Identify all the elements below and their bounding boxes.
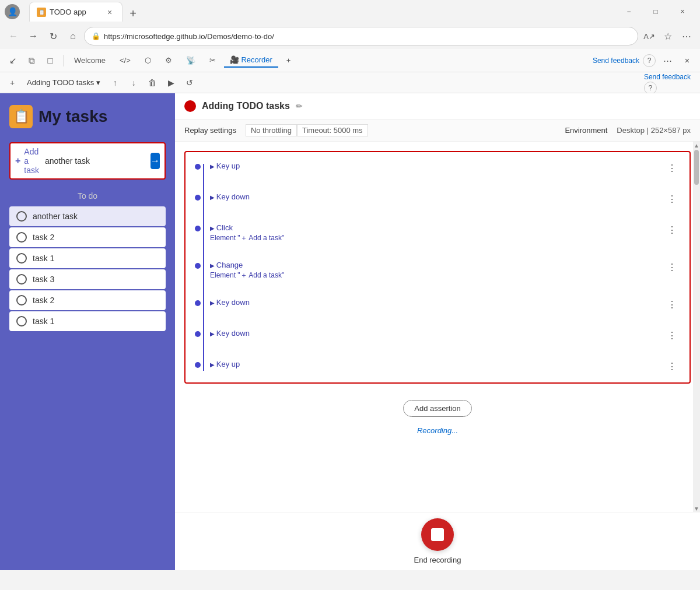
add-task-plus-icon: + bbox=[15, 156, 20, 166]
browser-tab[interactable]: 📋 TODO app × bbox=[29, 2, 123, 22]
recording-title: Adding TODO tasks bbox=[202, 101, 290, 111]
devtools-more-button[interactable]: ⋯ bbox=[659, 52, 676, 69]
tab-recorder[interactable]: 🎥 Recorder bbox=[224, 53, 278, 68]
tab-close-button[interactable]: × bbox=[104, 7, 115, 17]
step-menu-button[interactable]: ⋮ bbox=[664, 192, 680, 206]
step-title[interactable]: Click bbox=[210, 223, 664, 232]
app-title: My tasks bbox=[38, 107, 107, 126]
recording-status: Recording... bbox=[184, 424, 691, 437]
tab-network[interactable]: 📡 bbox=[180, 54, 201, 67]
more-button[interactable]: ⋯ bbox=[678, 27, 695, 45]
scroll-down-arrow[interactable]: ▼ bbox=[694, 506, 699, 511]
task-checkbox[interactable] bbox=[16, 232, 27, 243]
add-task-row[interactable]: + Add a task → bbox=[9, 142, 166, 180]
send-feedback-link2[interactable]: Send feedback bbox=[644, 73, 691, 81]
step-content: Key up bbox=[210, 161, 664, 170]
list-item[interactable]: task 3 bbox=[9, 269, 166, 289]
task-checkbox[interactable] bbox=[16, 274, 27, 285]
scrollbar-thumb[interactable] bbox=[694, 150, 699, 185]
home-button[interactable]: ⌂ bbox=[64, 27, 82, 45]
add-step-button[interactable]: + bbox=[5, 75, 20, 90]
device-emulation-button[interactable]: ⧉ bbox=[23, 52, 40, 69]
step-title[interactable]: Key down bbox=[210, 329, 664, 338]
tab-elements[interactable]: ⬡ bbox=[139, 54, 157, 67]
step-title[interactable]: Key down bbox=[210, 298, 664, 307]
help-button2[interactable]: ? bbox=[644, 82, 657, 94]
play-button[interactable]: ▶ bbox=[163, 75, 178, 90]
end-recording-button[interactable] bbox=[421, 518, 454, 551]
stop-icon bbox=[431, 528, 444, 541]
close-button[interactable]: × bbox=[670, 3, 695, 20]
list-item[interactable]: task 2 bbox=[9, 290, 166, 310]
step-title[interactable]: Key up bbox=[210, 360, 664, 368]
list-item[interactable]: another task bbox=[9, 206, 166, 226]
step-menu-button[interactable]: ⋮ bbox=[664, 329, 680, 342]
recording-dropdown[interactable]: Adding TODO tasks ▾ bbox=[23, 77, 104, 88]
step-title[interactable]: Change bbox=[210, 261, 664, 269]
step-menu-button[interactable]: ⋮ bbox=[664, 360, 680, 373]
send-feedback-link[interactable]: Send feedback bbox=[593, 57, 639, 65]
timeout-setting[interactable]: Timeout: 5000 ms bbox=[297, 124, 368, 136]
task-checkbox[interactable] bbox=[16, 316, 27, 326]
add-task-input[interactable] bbox=[45, 156, 147, 166]
add-task-label: Add a task bbox=[24, 147, 41, 175]
devtools-close-button[interactable]: × bbox=[679, 52, 695, 69]
help-button[interactable]: ? bbox=[643, 54, 656, 67]
env-value: Desktop | 252×587 px bbox=[617, 126, 691, 135]
step-menu-button[interactable]: ⋮ bbox=[664, 161, 680, 175]
step-menu-button[interactable]: ⋮ bbox=[664, 223, 680, 237]
list-item[interactable]: task 1 bbox=[9, 311, 166, 331]
scrollbar[interactable]: ▲ ▼ bbox=[693, 142, 700, 512]
minimize-button[interactable]: − bbox=[616, 3, 642, 20]
scroll-up-arrow[interactable]: ▲ bbox=[694, 143, 699, 148]
favorites-button[interactable]: ☆ bbox=[659, 27, 677, 45]
step-dot bbox=[195, 226, 201, 231]
task-text: task 2 bbox=[33, 233, 54, 242]
tab-sources[interactable]: </> bbox=[114, 54, 136, 67]
add-task-submit-button[interactable]: → bbox=[150, 153, 160, 169]
new-tab-button[interactable]: + bbox=[125, 5, 141, 22]
delete-step-button[interactable]: 🗑 bbox=[145, 75, 160, 90]
sidebar-header: 📋 My tasks bbox=[9, 105, 166, 128]
tab-add[interactable]: + bbox=[281, 54, 297, 67]
step-content: Click Element "＋ Add a task" bbox=[210, 223, 664, 243]
back-button[interactable]: ← bbox=[5, 27, 22, 45]
list-item[interactable]: task 2 bbox=[9, 227, 166, 247]
step-menu-button[interactable]: ⋮ bbox=[664, 261, 680, 274]
step-item: Key down ⋮ bbox=[195, 298, 680, 311]
tab-favicon: 📋 bbox=[37, 8, 46, 17]
step-title[interactable]: Key down bbox=[210, 192, 664, 201]
lock-icon: 🔒 bbox=[92, 32, 100, 40]
inspect-element-button[interactable]: ↙ bbox=[5, 52, 21, 69]
tab-performance[interactable]: ✂ bbox=[204, 54, 222, 67]
task-text: task 1 bbox=[33, 254, 54, 263]
screencast-button[interactable]: □ bbox=[42, 52, 58, 69]
task-checkbox[interactable] bbox=[16, 295, 27, 305]
step-subtitle: Element "＋ Add a task" bbox=[210, 233, 664, 243]
toolbar-separator bbox=[63, 55, 64, 66]
step-down-button[interactable]: ↓ bbox=[126, 75, 141, 90]
step-menu-button[interactable]: ⋮ bbox=[664, 298, 680, 311]
read-aloud-button[interactable]: A↗ bbox=[640, 27, 658, 45]
throttling-setting[interactable]: No throttling bbox=[246, 124, 297, 136]
replay-settings-bar: Replay settings No throttling Timeout: 5… bbox=[175, 120, 700, 142]
forward-button[interactable]: → bbox=[24, 27, 42, 45]
user-icon: 👤 bbox=[5, 4, 20, 19]
edit-icon[interactable]: ✏ bbox=[296, 101, 303, 111]
step-dot bbox=[195, 300, 201, 306]
refresh-button[interactable]: ↻ bbox=[44, 27, 62, 45]
step-content: Key up bbox=[210, 360, 664, 368]
add-assertion-button[interactable]: Add assertion bbox=[403, 400, 472, 417]
list-item[interactable]: task 1 bbox=[9, 248, 166, 268]
task-checkbox[interactable] bbox=[16, 253, 27, 264]
recording-dropdown-label: Adding TODO tasks bbox=[27, 78, 94, 87]
step-title[interactable]: Key up bbox=[210, 161, 664, 170]
tab-welcome[interactable]: Welcome bbox=[68, 54, 111, 67]
tab-settings2[interactable]: ⚙ bbox=[159, 54, 178, 67]
address-bar[interactable]: 🔒 https://microsoftedge.github.io/Demos/… bbox=[84, 27, 638, 45]
replay-button[interactable]: ↺ bbox=[182, 75, 197, 90]
step-dot bbox=[195, 331, 201, 337]
maximize-button[interactable]: □ bbox=[643, 3, 668, 20]
task-checkbox[interactable] bbox=[16, 211, 27, 222]
step-up-button[interactable]: ↑ bbox=[107, 75, 123, 90]
